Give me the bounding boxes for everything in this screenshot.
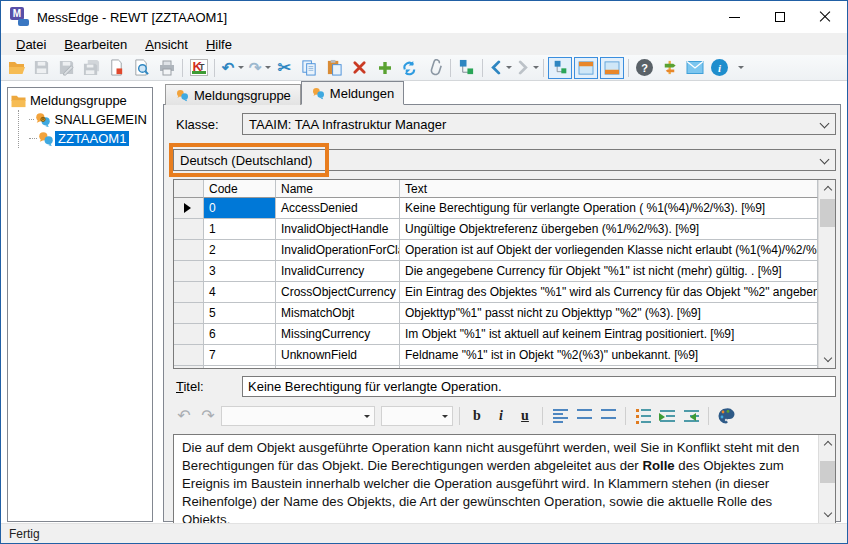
delete-button[interactable] <box>347 56 372 80</box>
font-size-combobox[interactable] <box>381 406 453 426</box>
scroll-up-icon[interactable] <box>819 435 836 452</box>
menu-hilfe[interactable]: Hilfe <box>197 34 241 55</box>
copy-button[interactable] <box>297 56 322 80</box>
row-selector[interactable] <box>174 324 204 345</box>
table-row[interactable]: 2InvalidOperationForClassOperation ist a… <box>174 240 818 261</box>
scrollbar-thumb[interactable] <box>820 461 835 483</box>
table-row[interactable]: 5MismatchObjtObjekttyp"%1" passt nicht z… <box>174 303 818 324</box>
row-selector[interactable] <box>174 282 204 303</box>
header-code[interactable]: Code <box>204 180 276 198</box>
row-selector[interactable] <box>174 261 204 282</box>
table-row[interactable]: 6MissingCurrencyIm Objekt "%1" ist aktue… <box>174 324 818 345</box>
save-all-button[interactable] <box>79 56 104 80</box>
indent-increase-button[interactable] <box>656 405 678 427</box>
cell-text[interactable]: Im Objekt "%1" ist aktuell auf keinem Ei… <box>400 324 818 345</box>
cell-code[interactable]: 6 <box>204 324 276 345</box>
redo-dropdown-caret[interactable] <box>265 66 271 72</box>
cell-name[interactable]: UnknownField <box>276 345 400 366</box>
menu-datei[interactable]: Datei <box>7 34 55 55</box>
cell-text[interactable]: Objekttyp"%1" passt nicht zu Objekttyp "… <box>400 303 818 324</box>
back-dropdown-caret[interactable] <box>506 66 512 72</box>
open-folder-button[interactable] <box>4 56 29 80</box>
cell-code[interactable]: 5 <box>204 303 276 324</box>
grid-scrollbar[interactable] <box>818 180 835 368</box>
scrollbar-thumb[interactable] <box>820 199 835 227</box>
cell-name[interactable]: CrossObjectCurrency <box>276 282 400 303</box>
tree-item-zztaaom1[interactable]: ZZTAAOM1 <box>29 129 150 148</box>
menu-ansicht[interactable]: Ansicht <box>136 34 197 55</box>
table-row[interactable]: 0AccessDeniedKeine Berechtigung für verl… <box>174 198 818 219</box>
tab-meldungsgruppe[interactable]: Meldungsgruppe <box>165 84 301 105</box>
italic-button[interactable]: i <box>490 405 512 427</box>
refresh-button[interactable] <box>397 56 422 80</box>
info-button[interactable]: i <box>707 56 732 80</box>
print-button[interactable] <box>154 56 179 80</box>
cell-text[interactable]: Ungültige Objektreferenz übergeben (%1/%… <box>400 219 818 240</box>
align-left-button[interactable] <box>549 405 571 427</box>
minimize-button[interactable] <box>712 1 757 33</box>
toggle-split-top-button[interactable] <box>574 57 598 79</box>
row-selector[interactable] <box>174 345 204 366</box>
bullet-list-button[interactable] <box>632 405 654 427</box>
cell-text[interactable]: Die angegebene Currency für Objekt "%1" … <box>400 261 818 282</box>
add-button[interactable] <box>372 56 397 80</box>
cell-name[interactable]: MissingCurrency <box>276 324 400 345</box>
toolbar-overflow-caret[interactable] <box>738 66 744 72</box>
kt-logo-button[interactable]: K T <box>186 56 211 80</box>
cell-code[interactable]: 3 <box>204 261 276 282</box>
toggle-split-bottom-button[interactable] <box>600 57 624 79</box>
table-row[interactable]: 4CrossObjectCurrencyEin Eintrag des Obje… <box>174 282 818 303</box>
editor-undo-button[interactable]: ↶ <box>173 405 195 427</box>
klasse-combobox[interactable]: TAAIM: TAA Infrastruktur Manager <box>242 113 836 135</box>
scroll-down-icon[interactable] <box>819 506 836 523</box>
mail-button[interactable] <box>682 56 707 80</box>
cut-button[interactable]: ✂ <box>272 56 297 80</box>
row-selector[interactable] <box>174 219 204 240</box>
tree-structure-button[interactable] <box>454 56 479 80</box>
color-palette-button[interactable] <box>715 405 737 427</box>
tab-meldungen[interactable]: Meldungen <box>301 81 404 105</box>
header-text[interactable]: Text <box>400 180 818 198</box>
cell-text[interactable]: Feldname "%1" ist in Objekt "%2(%3)" unb… <box>400 345 818 366</box>
body-scrollbar[interactable] <box>818 435 835 523</box>
cell-text[interactable]: Keine Berechtigung für verlangte Operati… <box>400 198 818 219</box>
cell-code[interactable]: 1 <box>204 219 276 240</box>
tree-item-snallgemein[interactable]: SNALLGEMEIN <box>29 110 150 129</box>
bold-button[interactable]: b <box>466 405 488 427</box>
tree-root-meldungsgruppe[interactable]: Meldungsgruppe <box>10 91 150 110</box>
cell-code[interactable]: 2 <box>204 240 276 261</box>
row-selector[interactable] <box>174 240 204 261</box>
navigation-button[interactable] <box>657 56 682 80</box>
save-button[interactable] <box>29 56 54 80</box>
message-body-text[interactable]: Die auf dem Objekt ausgeführte Operation… <box>174 435 818 523</box>
cell-text[interactable]: Operation ist auf Objekt der vorliegende… <box>400 240 818 261</box>
close-button[interactable] <box>802 1 847 33</box>
row-selector[interactable] <box>174 198 204 219</box>
cell-name[interactable]: InvalidObjectHandle <box>276 219 400 240</box>
underline-button[interactable]: u <box>514 405 536 427</box>
nav-back-button[interactable] <box>486 56 506 80</box>
toggle-tree-view-button[interactable] <box>548 57 572 79</box>
editor-redo-button[interactable]: ↷ <box>197 405 219 427</box>
cell-name[interactable]: InvalidOperationForClass <box>276 240 400 261</box>
undo-button[interactable]: ↶ <box>218 56 238 80</box>
redo-button[interactable]: ↷ <box>245 56 265 80</box>
row-selector[interactable] <box>174 303 204 324</box>
header-name[interactable]: Name <box>276 180 400 198</box>
scroll-up-icon[interactable] <box>819 180 836 197</box>
table-row[interactable]: 3InvalidCurrencyDie angegebene Currency … <box>174 261 818 282</box>
language-combobox[interactable]: Deutsch (Deutschland) <box>173 149 836 171</box>
cell-code[interactable]: 7 <box>204 345 276 366</box>
cell-code[interactable]: 0 <box>204 198 276 219</box>
forward-dropdown-caret[interactable] <box>533 66 539 72</box>
cell-name[interactable]: MismatchObjt <box>276 303 400 324</box>
paste-button[interactable] <box>322 56 347 80</box>
cell-name[interactable]: InvalidCurrency <box>276 261 400 282</box>
cell-name[interactable]: AccessDenied <box>276 198 400 219</box>
print-preview-button[interactable] <box>129 56 154 80</box>
cell-code[interactable]: 4 <box>204 282 276 303</box>
nav-forward-button[interactable] <box>513 56 533 80</box>
cell-text[interactable]: Ein Eintrag des Objektes "%1" wird als C… <box>400 282 818 303</box>
scroll-down-icon[interactable] <box>819 351 836 368</box>
save-edit-button[interactable] <box>54 56 79 80</box>
